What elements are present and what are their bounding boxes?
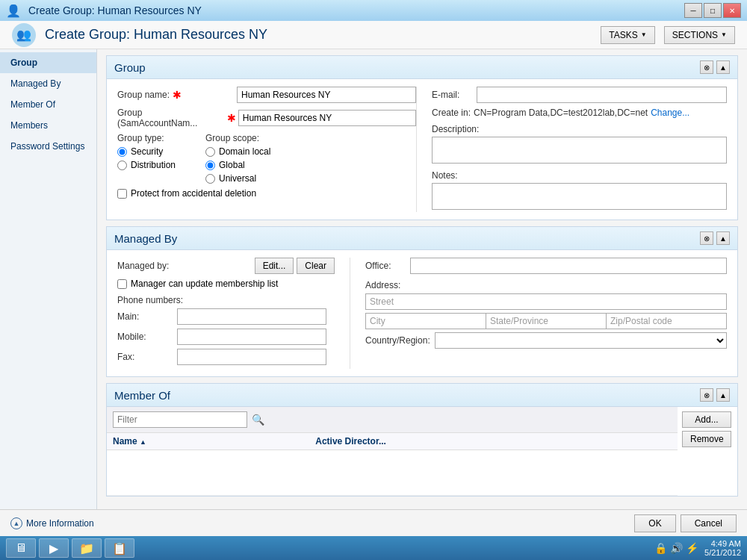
filter-input[interactable]: [113, 411, 247, 428]
taskbar-icon-4: 📋: [112, 541, 127, 556]
main-layout: Group Managed By Member Of Members Passw…: [0, 49, 747, 509]
taskbar-icon-1: 🖥: [15, 541, 27, 555]
col-name[interactable]: Name ▲: [107, 433, 309, 450]
maximize-button[interactable]: □: [704, 3, 722, 18]
main-phone-input[interactable]: [177, 308, 326, 325]
group-sam-label: Group (SamAccountNam... ✱: [117, 108, 238, 128]
notes-textarea[interactable]: [432, 183, 727, 210]
member-table-body: [107, 450, 678, 496]
edit-clear-buttons: Edit... Clear: [255, 258, 335, 274]
radio-global-label[interactable]: Global: [205, 160, 270, 170]
city-input[interactable]: [365, 313, 486, 329]
taskbar-time-value: 4:49 AM: [704, 539, 741, 548]
radio-universal-label[interactable]: Universal: [205, 173, 270, 184]
managed-by-section-close-btn[interactable]: ⊗: [700, 231, 713, 245]
cancel-button[interactable]: Cancel: [681, 514, 737, 532]
group-form-layout: Group name: ✱ Group (SamAccountNam... ✱: [117, 87, 727, 212]
taskbar-icon-2: ▶: [49, 541, 58, 556]
notes-label: Notes:: [432, 170, 727, 181]
managed-by-layout: Managed by: Edit... Clear Manager can up…: [117, 258, 727, 369]
group-left-form: Group name: ✱ Group (SamAccountNam... ✱: [117, 87, 416, 212]
member-table: Name ▲ Active Director...: [107, 433, 678, 496]
description-textarea[interactable]: [432, 137, 727, 164]
phone-numbers-label: Phone numbers:: [117, 295, 335, 305]
more-info-label: More Information: [26, 518, 94, 529]
state-input[interactable]: [486, 313, 607, 329]
taskbar-app-1[interactable]: 🖥: [6, 538, 36, 558]
main-phone-row: Main:: [117, 308, 335, 325]
email-input[interactable]: [477, 87, 727, 103]
managed-by-section-collapse-btn[interactable]: ▲: [716, 231, 730, 245]
radio-security-label[interactable]: Security: [117, 146, 176, 157]
edit-button[interactable]: Edit...: [255, 258, 294, 274]
taskbar-date-value: 5/21/2012: [704, 548, 741, 557]
group-type-col: Group type: Security Distribution: [117, 133, 176, 184]
battery-icon: ⚡: [686, 542, 698, 554]
mobile-phone-input[interactable]: [177, 329, 326, 345]
sidebar-item-member-of[interactable]: Member Of: [0, 94, 96, 115]
address-label: Address:: [365, 280, 400, 290]
title-bar-left: 👤 Create Group: Human Resources NY: [6, 4, 202, 18]
taskbar-app-2[interactable]: ▶: [39, 538, 69, 558]
street-input[interactable]: [365, 293, 727, 310]
member-of-section-controls: ⊗ ▲: [700, 388, 730, 402]
radio-domain-text: Domain local: [219, 146, 270, 157]
manager-update-checkbox[interactable]: [117, 279, 127, 289]
sections-button[interactable]: SECTIONS ▼: [664, 26, 735, 44]
member-of-layout: 🔍 Name ▲ Active Directo: [107, 407, 737, 496]
tasks-button[interactable]: TASKS ▼: [601, 26, 654, 44]
sidebar-item-password-settings[interactable]: Password Settings: [0, 136, 96, 157]
radio-global[interactable]: [205, 161, 215, 170]
taskbar-app-3[interactable]: 📁: [72, 538, 102, 558]
add-button[interactable]: Add...: [682, 411, 731, 428]
group-section-close-btn[interactable]: ⊗: [700, 60, 713, 74]
taskbar-app-4[interactable]: 📋: [105, 538, 134, 558]
minimize-button[interactable]: ─: [684, 3, 702, 18]
protect-checkbox[interactable]: [117, 189, 127, 199]
radio-domain-label[interactable]: Domain local: [205, 146, 270, 157]
office-input[interactable]: [410, 258, 727, 274]
group-sam-required-star: ✱: [227, 112, 236, 124]
group-right-form: E-mail: E-mail: Create in: CN=Program Da…: [416, 87, 727, 212]
zip-input[interactable]: [607, 313, 727, 329]
radio-distribution-label[interactable]: Distribution: [117, 160, 176, 170]
radio-global-text: Global: [219, 160, 245, 170]
radio-security[interactable]: [117, 147, 127, 157]
description-label: Description:: [432, 124, 727, 134]
member-of-section-close-btn[interactable]: ⊗: [700, 388, 713, 402]
title-bar-title: Create Group: Human Resources NY: [28, 4, 202, 16]
radio-universal[interactable]: [205, 174, 215, 184]
ok-button[interactable]: OK: [634, 514, 675, 532]
radio-distribution[interactable]: [117, 161, 127, 170]
group-name-input[interactable]: [237, 87, 416, 103]
change-link[interactable]: Change...: [651, 108, 689, 118]
app-icon: 👤: [6, 4, 21, 18]
sidebar-item-group[interactable]: Group: [0, 52, 96, 73]
sidebar-item-managed-by[interactable]: Managed By: [0, 73, 96, 94]
create-in-text-label: Create in:: [432, 108, 471, 118]
group-section-collapse-btn[interactable]: ▲: [716, 60, 730, 74]
sidebar-item-members[interactable]: Members: [0, 115, 96, 136]
country-label: Country/Region:: [365, 335, 430, 346]
close-button[interactable]: ✕: [723, 3, 741, 18]
col-directory[interactable]: Active Director...: [309, 433, 678, 450]
street-row: [365, 293, 727, 310]
taskbar-system-icons: 🔒 🔊 ⚡: [654, 542, 698, 554]
filter-row: 🔍: [107, 407, 678, 433]
clear-button[interactable]: Clear: [297, 258, 335, 274]
group-section-controls: ⊗ ▲: [700, 60, 730, 74]
remove-button[interactable]: Remove: [682, 431, 731, 447]
fax-input[interactable]: [177, 349, 326, 365]
search-icon[interactable]: 🔍: [252, 414, 264, 426]
member-of-section-collapse-btn[interactable]: ▲: [716, 388, 730, 402]
title-bar: 👤 Create Group: Human Resources NY ─ □ ✕: [0, 0, 747, 21]
group-sam-input[interactable]: [238, 110, 416, 126]
sections-label: SECTIONS: [672, 30, 718, 40]
radio-security-text: Security: [131, 146, 163, 157]
city-state-zip-row: [365, 313, 727, 329]
radio-domain[interactable]: [205, 147, 215, 157]
country-select[interactable]: [435, 332, 727, 349]
create-in-row: Create in: CN=Program Data,DC=test2012la…: [432, 108, 727, 118]
more-info-icon: ▲: [10, 517, 22, 529]
more-info[interactable]: ▲ More Information: [10, 517, 94, 529]
